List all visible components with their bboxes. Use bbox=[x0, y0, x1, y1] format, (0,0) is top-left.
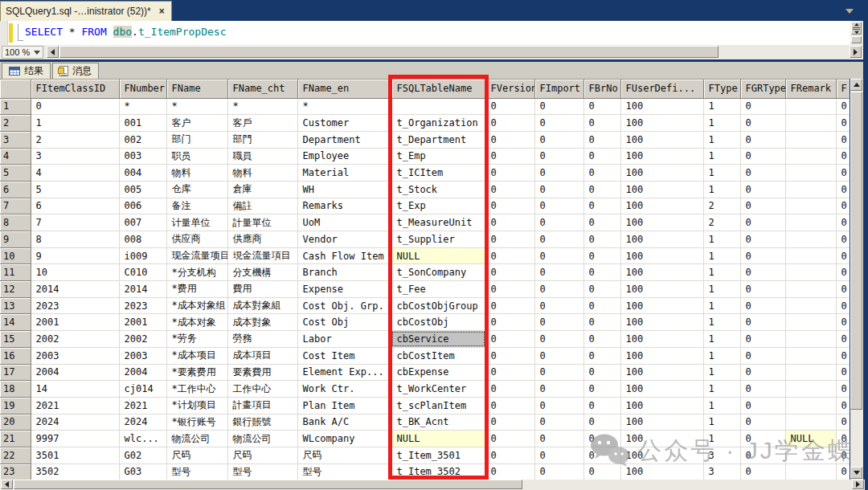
grid-cell[interactable]: *费用 bbox=[166, 281, 227, 298]
grid-cell[interactable]: 0 bbox=[836, 447, 850, 463]
grid-cell[interactable]: 1 bbox=[703, 165, 740, 182]
grid-cell[interactable]: 0 bbox=[836, 431, 850, 447]
grid-cell[interactable]: 0 bbox=[740, 397, 785, 414]
grid-cell[interactable]: 0 bbox=[485, 447, 534, 463]
grid-cell[interactable]: 100 bbox=[620, 297, 703, 314]
grid-cell[interactable]: 1 bbox=[703, 397, 740, 414]
grid-cell[interactable]: cbService bbox=[391, 331, 485, 348]
grid-cell[interactable]: 0 bbox=[534, 231, 583, 248]
grid-vscrollbar-thumb[interactable] bbox=[850, 92, 862, 410]
grid-cell[interactable]: t_Organization bbox=[391, 115, 485, 132]
grid-cell[interactable]: 0 bbox=[740, 281, 785, 298]
grid-cell[interactable]: 0 bbox=[740, 381, 785, 398]
grid-cell[interactable]: 0 bbox=[836, 281, 850, 298]
grid-cell[interactable]: Element Exp... bbox=[297, 364, 391, 381]
grid-cell[interactable]: C010 bbox=[119, 264, 166, 281]
grid-cell[interactable]: 0 bbox=[583, 414, 620, 431]
grid-cell[interactable]: 0 bbox=[583, 347, 620, 364]
grid-cell[interactable]: 1 bbox=[31, 115, 119, 132]
grid-cell[interactable]: 0 bbox=[583, 314, 620, 331]
column-header[interactable]: FRemark bbox=[785, 80, 836, 98]
column-header[interactable]: FUserDefi... bbox=[620, 80, 703, 98]
grid-cell[interactable]: 0 bbox=[534, 181, 583, 198]
grid-cell[interactable]: 100 bbox=[620, 364, 703, 381]
grid-cell[interactable]: 1 bbox=[703, 231, 740, 248]
grid-cell[interactable]: *成本项目 bbox=[166, 347, 227, 364]
grid-cell[interactable]: 0 bbox=[31, 98, 119, 115]
row-number-cell[interactable]: 6 bbox=[0, 181, 31, 198]
grid-cell[interactable]: 0 bbox=[836, 381, 850, 398]
grid-cell[interactable]: 0 bbox=[740, 264, 785, 281]
grid-cell[interactable]: 0 bbox=[740, 98, 785, 115]
grid-cell[interactable] bbox=[785, 397, 836, 414]
grid-cell[interactable]: 现金流量项目 bbox=[166, 247, 227, 264]
grid-cell[interactable]: *分支机构 bbox=[166, 264, 227, 281]
row-number-cell[interactable]: 4 bbox=[0, 148, 31, 165]
column-header[interactable]: FName_en bbox=[297, 80, 391, 98]
grid-cell[interactable]: 供应商 bbox=[166, 231, 227, 248]
grid-cell[interactable]: 1 bbox=[703, 431, 740, 447]
grid-cell[interactable]: 仓库 bbox=[166, 181, 227, 198]
grid-cell[interactable]: 物流公司 bbox=[166, 431, 227, 447]
grid-cell[interactable] bbox=[785, 181, 836, 198]
grid-cell[interactable]: 0 bbox=[836, 165, 850, 182]
grid-cell[interactable]: *成本对象组 bbox=[166, 297, 227, 314]
grid-cell[interactable]: 0 bbox=[740, 297, 785, 314]
row-number-cell[interactable]: 19 bbox=[0, 397, 31, 414]
grid-cell[interactable]: 0 bbox=[836, 397, 850, 414]
grid-cell[interactable]: 型号 bbox=[166, 463, 227, 480]
scroll-left-button[interactable] bbox=[1, 480, 13, 489]
grid-cell[interactable]: 100 bbox=[620, 115, 703, 132]
grid-cell[interactable]: 1 bbox=[703, 148, 740, 165]
grid-cell[interactable]: 0 bbox=[836, 297, 850, 314]
grid-cell[interactable]: 100 bbox=[620, 397, 703, 414]
row-number-cell[interactable]: 9 bbox=[0, 231, 31, 248]
grid-cell[interactable]: *计划项目 bbox=[166, 397, 227, 414]
grid-cell[interactable]: 100 bbox=[620, 131, 703, 148]
grid-cell[interactable]: G03 bbox=[119, 463, 166, 480]
grid-cell[interactable]: 100 bbox=[620, 165, 703, 182]
grid-cell[interactable]: 005 bbox=[119, 181, 166, 198]
grid-cell[interactable]: 2023 bbox=[31, 297, 119, 314]
grid-cell[interactable]: 0 bbox=[836, 414, 850, 431]
grid-cell[interactable]: t_Item_3502 bbox=[391, 463, 485, 480]
grid-cell[interactable] bbox=[785, 463, 836, 480]
grid-cell[interactable]: 1 bbox=[703, 314, 740, 331]
grid-cell[interactable]: 0 bbox=[583, 447, 620, 463]
grid-cell[interactable]: 成本項目 bbox=[227, 347, 297, 364]
grid-cell[interactable]: 0 bbox=[534, 148, 583, 165]
grid-cell[interactable]: 1 bbox=[703, 414, 740, 431]
row-number-cell[interactable]: 2 bbox=[0, 115, 31, 132]
grid-cell[interactable]: WH bbox=[297, 181, 391, 198]
grid-cell[interactable]: 0 bbox=[583, 264, 620, 281]
chevron-down-icon[interactable] bbox=[845, 9, 854, 14]
grid-cell[interactable]: 工作中心 bbox=[227, 381, 297, 398]
grid-cell[interactable]: 2 bbox=[703, 214, 740, 231]
grid-cell[interactable]: 0 bbox=[740, 364, 785, 381]
grid-cell[interactable]: 0 bbox=[534, 364, 583, 381]
grid-cell[interactable]: 1 bbox=[703, 281, 740, 298]
row-number-cell[interactable]: 18 bbox=[0, 381, 31, 398]
grid-cell[interactable]: 职员 bbox=[166, 148, 227, 165]
grid-cell[interactable]: 007 bbox=[119, 214, 166, 231]
grid-cell[interactable]: 0 bbox=[583, 431, 620, 447]
grid-cell[interactable]: 0 bbox=[534, 331, 583, 348]
grid-cell[interactable]: Bank A/C bbox=[297, 414, 391, 431]
grid-cell[interactable]: 100 bbox=[620, 181, 703, 198]
grid-cell[interactable]: 0 bbox=[740, 247, 785, 264]
grid-cell[interactable]: 100 bbox=[620, 281, 703, 298]
grid-cell[interactable]: 4 bbox=[31, 165, 119, 182]
grid-cell[interactable]: 費用 bbox=[227, 281, 297, 298]
grid-cell[interactable]: 0 bbox=[485, 214, 534, 231]
editor-hscrollbar-thumb[interactable] bbox=[59, 46, 719, 58]
grid-hscrollbar-thumb[interactable] bbox=[14, 480, 522, 489]
grid-cell[interactable]: *银行账号 bbox=[166, 414, 227, 431]
grid-cell[interactable]: 0 bbox=[836, 264, 850, 281]
grid-cell[interactable]: 2003 bbox=[31, 347, 119, 364]
grid-cell[interactable]: 0 bbox=[485, 463, 534, 480]
grid-cell[interactable]: 0 bbox=[485, 347, 534, 364]
grid-cell[interactable]: 型号 bbox=[297, 463, 391, 480]
grid-cell[interactable]: 0 bbox=[740, 314, 785, 331]
grid-cell[interactable]: cbCostObj bbox=[391, 314, 485, 331]
tab-results[interactable]: 结果 bbox=[2, 63, 51, 79]
